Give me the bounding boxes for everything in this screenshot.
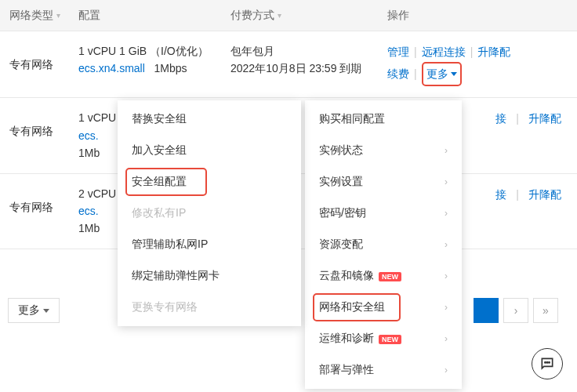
menu-modify-private-ip: 修改私有IP xyxy=(118,198,301,229)
chevron-right-icon: › xyxy=(445,270,448,281)
pagination: › » xyxy=(474,298,558,323)
cell-operations: 管理| 远程连接| 升降配 续费| 更多 xyxy=(387,42,577,86)
new-badge: NEW xyxy=(379,272,401,281)
upgrade-link[interactable]: 升降配 xyxy=(528,185,561,205)
chevron-right-icon: › xyxy=(445,176,448,187)
svg-point-1 xyxy=(546,362,547,363)
menu-deploy-elastic[interactable]: 部署与弹性› xyxy=(305,354,462,386)
pager-next[interactable]: › xyxy=(503,298,528,323)
security-submenu: 替换安全组 加入安全组 安全组配置 修改私有IP 管理辅助私网IP 绑定辅助弹性… xyxy=(118,100,301,326)
col-network-type[interactable]: 网络类型▾ xyxy=(0,9,78,23)
table-header: 网络类型▾ 配置 付费方式▾ 操作 xyxy=(0,0,577,31)
menu-replace-secgroup[interactable]: 替换安全组 xyxy=(118,103,301,135)
upgrade-link[interactable]: 升降配 xyxy=(528,109,561,129)
pager-last[interactable]: » xyxy=(533,298,558,323)
menu-change-vpc: 更换专有网络 xyxy=(118,292,301,323)
cell-network: 专有网络 xyxy=(0,185,78,215)
footer-toolbar: 更多 xyxy=(8,298,60,323)
manage-link[interactable]: 管理 xyxy=(387,42,409,62)
chevron-right-icon: › xyxy=(445,302,448,313)
cell-network: 专有网络 xyxy=(0,42,78,72)
sort-icon: ▾ xyxy=(278,11,281,20)
instance-type-link[interactable]: ecs.xn4.small xyxy=(78,62,145,74)
remote-connect-link[interactable]: 远程连接 xyxy=(422,42,466,62)
menu-bind-eni[interactable]: 绑定辅助弹性网卡 xyxy=(118,260,301,292)
new-badge: NEW xyxy=(379,335,401,344)
footer-more-button[interactable]: 更多 xyxy=(8,298,60,323)
menu-instance-settings[interactable]: 实例设置› xyxy=(305,166,462,198)
caret-down-icon xyxy=(451,72,457,76)
table-row: 专有网络 1 vCPU 1 GiB （I/O优化） ecs.xn4.small … xyxy=(0,31,577,98)
cell-network: 专有网络 xyxy=(0,109,78,139)
menu-join-secgroup[interactable]: 加入安全组 xyxy=(118,135,301,166)
renew-link[interactable]: 续费 xyxy=(387,64,409,84)
cell-config: 1 vCPU 1 GiB （I/O优化） ecs.xn4.small 1Mbps xyxy=(78,42,230,78)
connect-link[interactable]: 接 xyxy=(495,109,506,129)
more-dropdown-button[interactable]: 更多 xyxy=(422,62,462,86)
col-operation: 操作 xyxy=(387,9,577,23)
menu-ops-diag[interactable]: 运维和诊断NEW› xyxy=(305,323,462,354)
menu-buy-same[interactable]: 购买相同配置 xyxy=(305,103,462,135)
connect-link[interactable]: 接 xyxy=(495,185,506,205)
menu-password-key[interactable]: 密码/密钥› xyxy=(305,198,462,229)
caret-down-icon xyxy=(43,309,49,313)
upgrade-link[interactable]: 升降配 xyxy=(477,42,510,62)
menu-resource-change[interactable]: 资源变配› xyxy=(305,229,462,260)
svg-point-0 xyxy=(545,362,546,363)
chevron-right-icon: › xyxy=(445,208,448,219)
sort-icon: ▾ xyxy=(56,11,60,20)
menu-disk-image[interactable]: 云盘和镜像NEW› xyxy=(305,260,462,292)
chevron-right-icon: › xyxy=(445,145,448,156)
menu-network-secgroup[interactable]: 网络和安全组› xyxy=(305,292,462,323)
chevron-right-icon: › xyxy=(445,365,448,376)
chat-icon xyxy=(539,356,555,372)
pager-current[interactable] xyxy=(474,298,499,323)
more-menu: 购买相同配置 实例状态› 实例设置› 密码/密钥› 资源变配› 云盘和镜像NEW… xyxy=(305,100,462,389)
cell-payment: 包年包月 2022年10月8日 23:59 到期 xyxy=(230,42,387,78)
chat-button[interactable] xyxy=(532,348,563,379)
chevron-right-icon: › xyxy=(445,333,448,344)
col-config: 配置 xyxy=(78,9,230,23)
menu-manage-secondary-ip[interactable]: 管理辅助私网IP xyxy=(118,229,301,260)
menu-secgroup-config[interactable]: 安全组配置 xyxy=(118,166,301,198)
chevron-right-icon: › xyxy=(445,239,448,250)
menu-instance-status[interactable]: 实例状态› xyxy=(305,135,462,166)
col-pay-method[interactable]: 付费方式▾ xyxy=(230,9,387,23)
svg-point-2 xyxy=(549,362,550,363)
